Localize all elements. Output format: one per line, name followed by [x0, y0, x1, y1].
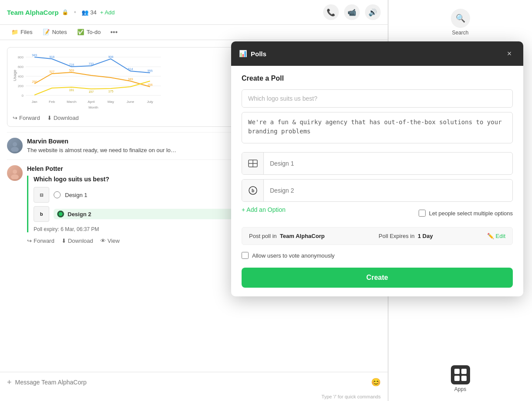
svg-text:614: 614 — [128, 68, 133, 71]
svg-text:949: 949 — [32, 54, 37, 57]
post-in-label: Post poll in Team AlphaCorp — [249, 233, 324, 239]
poll-edit-button[interactable]: ✏️ Edit — [487, 233, 505, 239]
poll-option2-radio[interactable] — [57, 211, 64, 217]
svg-text:400: 400 — [18, 75, 24, 78]
download-chart-button[interactable]: ⬇ Download — [47, 115, 79, 121]
svg-text:290: 290 — [32, 80, 37, 83]
call-button[interactable]: 📞 — [323, 4, 339, 20]
forward-poll-icon: ↪ — [27, 238, 32, 244]
create-poll-heading: Create a Poll — [242, 75, 513, 82]
poll-meta-row: Post poll in Team AlphaCorp Poll Expires… — [242, 227, 513, 245]
poll-option2-row: b — [242, 179, 513, 202]
avatar-marvin — [7, 138, 23, 153]
polls-chart-icon: 📊 — [239, 50, 247, 58]
svg-text:908: 908 — [108, 55, 113, 58]
polls-modal-header: 📊 Polls × — [231, 41, 523, 66]
svg-point-35 — [11, 147, 19, 152]
polls-title: 📊 Polls — [239, 50, 266, 58]
search-button[interactable]: 🔍 Search — [451, 0, 470, 40]
forward-poll-button[interactable]: ↪ Forward — [27, 238, 55, 244]
options-row-wrapper: + Add an Option Let people select multip… — [242, 206, 513, 220]
emoji-button[interactable]: 😊 — [371, 377, 381, 387]
svg-text:Feb: Feb — [49, 100, 55, 104]
more-tabs-button[interactable]: ••• — [107, 25, 121, 40]
quick-hint: Type '/' for quick commands — [0, 392, 388, 401]
notes-icon: 📝 — [43, 29, 50, 35]
anon-label: Allow users to vote anonymously — [252, 252, 334, 259]
tab-notes[interactable]: 📝 Notes — [38, 25, 71, 40]
header-actions: 📞 📹 🔊 — [323, 4, 381, 20]
download-poll-button[interactable]: ⬇ Download — [61, 238, 93, 244]
svg-text:Month: Month — [89, 105, 98, 109]
svg-text:Jan: Jan — [32, 100, 38, 104]
svg-text:157: 157 — [89, 90, 94, 93]
forward-chart-button[interactable]: ↪ Forward — [13, 115, 40, 121]
expires-value: 1 Day — [418, 233, 433, 239]
todo-icon: ✅ — [77, 29, 84, 35]
download-icon: ⬇ — [47, 115, 52, 121]
anon-checkbox[interactable] — [242, 252, 249, 259]
svg-text:718: 718 — [69, 63, 74, 66]
option1-label: Design 1 — [65, 192, 87, 198]
option2-label: Design 2 — [68, 211, 91, 217]
svg-text:733: 733 — [89, 62, 94, 65]
polls-body: Create a Poll We're a fun & quirky agenc… — [231, 66, 523, 296]
poll-expires-label: Poll Expires in 1 Day — [379, 233, 433, 239]
polls-close-button[interactable]: × — [503, 48, 515, 60]
polls-modal: 📊 Polls × Create a Poll We're a fun & qu… — [231, 41, 523, 296]
view-icon: 👁 — [100, 238, 106, 244]
svg-text:349: 349 — [128, 78, 133, 81]
svg-text:555: 555 — [147, 69, 153, 72]
design2-logo: b — [34, 206, 49, 222]
avatar-helen — [7, 165, 23, 181]
poll-description-input[interactable]: We're a fun & quirky agency that has out… — [242, 112, 513, 143]
svg-text:918: 918 — [49, 55, 55, 58]
channel-name: Team AlphaCorp — [280, 233, 325, 239]
search-label: Search — [452, 30, 468, 36]
poll-option1-radio[interactable] — [54, 191, 61, 198]
chat-nav: 📁 Files 📝 Notes ✅ To-do ••• — [0, 25, 388, 40]
search-icon: 🔍 — [451, 9, 470, 28]
svg-text:0: 0 — [22, 94, 24, 98]
apps-grid-icon — [451, 365, 470, 384]
design1-logo: ⊟ — [34, 187, 49, 203]
members-info: 👥 34 — [82, 9, 96, 16]
team-name: Team AlphaCorp — [7, 9, 58, 16]
tab-files[interactable]: 📁 Files — [7, 25, 37, 40]
multiple-options-checkbox[interactable] — [419, 210, 426, 217]
apps-button[interactable]: Apps — [451, 365, 470, 392]
people-icon: 👥 — [82, 9, 89, 16]
lock-icon: 🔒 — [62, 9, 68, 15]
svg-text:175: 175 — [108, 90, 113, 93]
apps-label: Apps — [454, 386, 466, 392]
download-poll-icon: ⬇ — [61, 238, 66, 244]
svg-text:May: May — [107, 100, 114, 104]
poll-option1-row — [242, 152, 513, 175]
message-input[interactable] — [15, 379, 368, 386]
svg-text:b: b — [251, 188, 254, 193]
svg-text:191: 191 — [69, 88, 74, 92]
svg-point-36 — [13, 170, 17, 174]
option1-text-input[interactable] — [264, 155, 512, 172]
view-poll-button[interactable]: 👁 View — [100, 238, 120, 244]
video-button[interactable]: 📹 — [344, 4, 360, 20]
add-option-button[interactable]: + Add an Option — [242, 206, 286, 213]
svg-point-37 — [11, 174, 19, 179]
multiple-options-label: Let people select multiple options — [429, 210, 513, 217]
svg-text:July: July — [147, 100, 153, 104]
svg-text:March: March — [67, 100, 76, 104]
add-members-button[interactable]: + Add — [100, 9, 115, 16]
audio-button[interactable]: 🔊 — [365, 4, 381, 20]
create-poll-button[interactable]: Create — [242, 268, 513, 288]
design1-modal-icon — [242, 153, 264, 174]
svg-text:200: 200 — [18, 84, 24, 88]
option2-text-input[interactable] — [264, 182, 512, 199]
poll-question-input[interactable] — [242, 89, 513, 108]
tab-todo[interactable]: ✅ To-do — [73, 25, 105, 40]
forward-icon: ↪ — [13, 115, 17, 121]
svg-text:June: June — [126, 100, 134, 104]
add-attachment-button[interactable]: + — [7, 378, 12, 387]
svg-text:800: 800 — [18, 55, 24, 59]
svg-point-34 — [13, 142, 17, 146]
svg-text:April: April — [88, 100, 95, 104]
